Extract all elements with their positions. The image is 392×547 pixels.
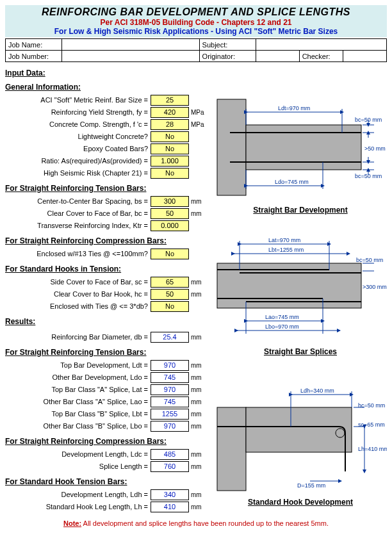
straight-bar-development-diagram: Ldt=970 mm bc=50 mm >50 mm bc=50 mm Ldo=… — [214, 93, 387, 202]
lat-output: 970 — [151, 384, 189, 395]
ldc-output: 485 — [151, 449, 189, 460]
d2-lbo: Lbo=970 mm — [265, 323, 299, 330]
lat-label: Top Bar Class "A" Splice, Lat = — [5, 386, 151, 393]
hc-input[interactable]: 50 — [151, 289, 189, 300]
d3-caption: Standard Hook Development — [214, 498, 387, 507]
bc-unit: mm — [189, 210, 210, 217]
lbo-output: 970 — [151, 421, 189, 432]
d2-gt300: >300 mm — [363, 284, 387, 290]
job-name-field[interactable] — [62, 39, 199, 51]
lh-unit: mm — [189, 503, 210, 510]
d2-lbt: Lbt=1255 mm — [268, 247, 304, 253]
ktr-input[interactable]: 0.000 — [151, 220, 189, 231]
d1-ldo: Ldo=745 mm — [275, 179, 309, 185]
lao-output: 745 — [151, 396, 189, 407]
svg-rect-34 — [246, 407, 352, 452]
fc-input[interactable]: 28 — [151, 119, 189, 130]
job-number-field[interactable] — [62, 51, 199, 62]
originator-label: Originator: — [199, 51, 256, 62]
lao-label: Other Bar Class "A" Splice, Lao = — [5, 398, 151, 405]
bs-input[interactable]: 300 — [151, 196, 189, 207]
d3-lh: Lh=410 mm — [358, 446, 387, 452]
checker-field[interactable] — [343, 51, 387, 62]
d1-bc-bot: bc=50 mm — [355, 173, 382, 179]
subject-field[interactable] — [256, 39, 386, 51]
ldt-unit: mm — [189, 362, 210, 369]
splice-output: 760 — [151, 461, 189, 472]
results-header: Results: — [5, 317, 210, 326]
job-name-label: Job Name: — [6, 39, 62, 51]
note-label: Note: — [63, 519, 81, 527]
ldo-label: Other Bar Development, Ldo = — [5, 373, 151, 381]
ldc-label: Development Length, Ldc = — [5, 450, 151, 458]
checker-label: Checker: — [299, 51, 343, 62]
fy-unit: MPa — [189, 109, 210, 116]
lbt-label: Top Bar Class "B" Splice, Lbt = — [5, 410, 151, 418]
bs-unit: mm — [189, 198, 210, 205]
standard-hook-diagram: Ldh=340 mm hc=50 mm sc=65 mm Lh=410 mm D… — [214, 382, 387, 494]
comp-bars-header: For Straight Reinforcing Compression Bar… — [5, 236, 210, 245]
db-output: 25.4 — [151, 332, 189, 343]
fc-unit: MPa — [189, 121, 210, 128]
input-data-header: Input Data: — [5, 69, 387, 78]
epoxy-input[interactable]: No — [151, 143, 189, 154]
seismic-input[interactable]: No — [151, 168, 189, 179]
note-text: All development and splice lengths have … — [81, 519, 329, 527]
lao-unit: mm — [189, 398, 210, 405]
fc-label: Concrete Comp. Strength, f 'c = — [5, 120, 151, 128]
db-label: Reinforcing Bar Diameter, db = — [5, 333, 151, 341]
ldh-unit: mm — [189, 491, 210, 498]
d1-bc-top: bc=50 mm — [355, 117, 382, 123]
d2-lao: Lao=745 mm — [265, 314, 299, 320]
d1-gt50: >50 mm — [364, 145, 386, 152]
general-info-header: General Information: — [5, 83, 210, 92]
lbt-output: 1255 — [151, 409, 189, 420]
d3-ldh: Ldh=340 mm — [300, 388, 334, 394]
ratio-label: Ratio: As(required)/As(provided) = — [5, 157, 151, 165]
title-main: REINFORCING BAR DEVELOPMENT AND SPLICE L… — [5, 6, 387, 18]
splice-unit: mm — [189, 463, 210, 470]
d2-bc: bc=50 mm — [356, 257, 383, 263]
svg-rect-0 — [217, 99, 246, 195]
splice-label: Splice Length = — [5, 462, 151, 470]
bc-input[interactable]: 50 — [151, 208, 189, 219]
svg-rect-1 — [246, 125, 361, 170]
job-number-label: Job Number: — [6, 51, 62, 62]
ldc-unit: mm — [189, 451, 210, 458]
d2-lat: Lat=970 mm — [268, 237, 300, 243]
epoxy-label: Epoxy Coated Bars? — [5, 145, 151, 152]
bar-size-label: ACI "Soft" Metric Reinf. Bar Size = — [5, 96, 151, 104]
encl3db-input[interactable]: No — [151, 301, 189, 312]
ldo-output: 745 — [151, 372, 189, 383]
sc-unit: mm — [189, 279, 210, 286]
fy-input[interactable]: 420 — [151, 107, 189, 118]
sc-input[interactable]: 65 — [151, 277, 189, 288]
right-column: Ldt=970 mm bc=50 mm >50 mm bc=50 mm Ldo=… — [214, 80, 387, 513]
lbt-unit: mm — [189, 411, 210, 418]
lbo-label: Other Bar Class "B" Splice, Lbo = — [5, 422, 151, 430]
bs-label: Center-to-Center Bar Spacing, bs = — [5, 197, 151, 205]
originator-field[interactable] — [256, 51, 299, 62]
encl13-input[interactable]: No — [151, 249, 189, 259]
d2-caption: Straight Bar Splices — [214, 347, 387, 356]
bar-size-input[interactable]: 25 — [151, 95, 189, 106]
lat-unit: mm — [189, 386, 210, 393]
ktr-label: Transverse Reinforcing Index, Ktr = — [5, 222, 151, 229]
hc-label: Clear Cover to Bar Hook, hc = — [5, 290, 151, 298]
ldt-label: Top Bar Development, Ldt = — [5, 361, 151, 369]
title-sub1: Per ACI 318M-05 Building Code - Chapters… — [5, 18, 387, 27]
ratio-input[interactable]: 1.000 — [151, 156, 189, 167]
job-info-table: Job Name: Subject: Job Number: Originato… — [5, 38, 387, 62]
lh-output: 410 — [151, 502, 189, 512]
lw-label: Lightweight Concrete? — [5, 133, 151, 140]
title-sub2: For Low & High Seismic Risk Applications… — [5, 27, 387, 36]
comp-bars2-header: For Straight Reinforcing Compression Bar… — [5, 437, 210, 446]
hc-unit: mm — [189, 291, 210, 298]
svg-rect-33 — [217, 407, 246, 491]
d3-d: D=155 mm — [297, 482, 325, 489]
subject-label: Subject: — [199, 39, 256, 51]
lw-input[interactable]: No — [151, 131, 189, 142]
ldh-output: 340 — [151, 489, 189, 500]
lh-label: Standard Hook Leg Length, Lh = — [5, 503, 151, 510]
hook-bars-header: For Standard Hook Tension Bars: — [5, 477, 210, 486]
